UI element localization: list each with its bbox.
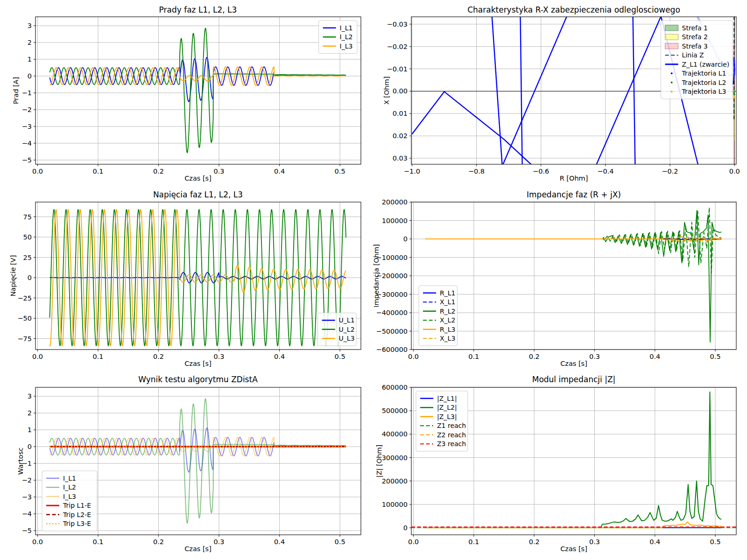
legend-label: U_L1 (339, 316, 355, 324)
legend-label: Z1 reach (437, 422, 466, 429)
y-tick-label: 0 (403, 235, 408, 243)
x-tick-label: 0.1 (92, 538, 103, 546)
y-tick-label: −4 (22, 510, 32, 518)
y-tick-label: −75 (17, 335, 32, 343)
x-tick-label: 0.2 (529, 538, 540, 546)
legend-label: X_L1 (440, 298, 455, 306)
xlabel-voltages: Czas [s] (184, 360, 211, 367)
x-tick-label: −0.6 (533, 168, 549, 175)
legend-0: I_L1I_L2I_L3 (319, 21, 357, 54)
legend-label: U_L2 (339, 326, 355, 333)
y-tick-label: −50 (17, 315, 32, 322)
x-tick-label: −0.4 (597, 168, 613, 175)
y-tick-label: −0.01 (387, 65, 408, 73)
y-tick-label: 2 (28, 409, 32, 417)
x-tick-label: 0.0 (408, 538, 419, 546)
x-tick-label: 0.1 (92, 353, 103, 360)
x-tick-label: 0.4 (649, 538, 660, 546)
y-tick-label: 0.00 (393, 87, 408, 95)
legend-label: |Z_L1| (437, 395, 457, 403)
y-tick-label: 1 (28, 56, 32, 63)
x-tick-label: 0.4 (274, 538, 285, 546)
x-tick-label: 0.5 (335, 353, 345, 360)
x-tick-label: 0.0 (408, 353, 419, 360)
y-tick-label: 100000 (382, 217, 408, 224)
scatter-point (733, 92, 735, 94)
y-tick-label: 100000 (382, 501, 408, 508)
y-tick-label: −500000 (376, 328, 408, 335)
x-tick-label: 0.3 (589, 353, 600, 360)
x-tick-label: 0.3 (213, 168, 224, 175)
ylabel-voltages: Napięcie [V] (9, 255, 17, 297)
legend-label: Trajektoria L3 (682, 88, 726, 95)
x-tick-label: −1.0 (404, 168, 420, 175)
y-tick-label: −5 (22, 156, 32, 164)
legend-label: Trajektoria L1 (682, 70, 726, 77)
scatter-point (734, 94, 735, 95)
scatter-point (733, 70, 735, 72)
x-tick-label: 0.5 (710, 538, 721, 546)
x-tick-label: 0.3 (589, 538, 600, 546)
y-tick-label: −400000 (376, 309, 408, 316)
x-tick-label: 0.1 (468, 353, 479, 360)
y-tick-label: 0 (403, 524, 408, 532)
title-currents: Prady faz L1, L2, L3 (159, 5, 237, 14)
title-zmod: Modul impedancji |Z| (532, 375, 616, 384)
scatter-point (733, 95, 735, 97)
x-tick-label: 0.5 (710, 353, 721, 360)
y-tick-label: 200000 (382, 477, 408, 485)
y-tick-label: −600000 (376, 346, 408, 353)
legend-label: I_L3 (340, 42, 353, 50)
series-group-0 (49, 28, 346, 153)
y-tick-label: 1 (28, 426, 32, 434)
y-tick-label: 0 (28, 274, 32, 281)
y-tick-label: 75 (23, 213, 32, 221)
y-tick-label: 400000 (382, 430, 408, 438)
x-tick-label: 0.2 (153, 353, 164, 360)
x-tick-label: 0.0 (729, 168, 740, 175)
legend-1: Strefa 1Strefa 2Strefa 3Linia ZZ_L1 (zwa… (661, 21, 733, 99)
y-tick-label: 0 (28, 72, 32, 80)
xlabel-zmod: Czas [s] (560, 545, 587, 553)
y-tick-label: 0.01 (393, 110, 408, 117)
ylabel-zmod: |Z| [Ohm] (375, 445, 383, 477)
legend-label: R_L2 (440, 308, 455, 315)
y-tick-label: −200000 (376, 272, 408, 280)
y-tick-label: −2 (22, 106, 32, 113)
xlabel-rx: R [Ohm] (560, 175, 588, 182)
y-tick-label: −4 (22, 140, 32, 147)
legend-4: I_L1I_L2I_L3Trip L1-ETrip L2-ETrip L3-E (42, 471, 97, 531)
series-group-3 (425, 208, 721, 342)
figure: 0.00.10.20.30.40.53210−1−2−3−4−5I_L1I_L2… (0, 0, 747, 560)
legend-label: Trip L3-E (63, 520, 91, 527)
x-tick-label: 0.3 (213, 353, 224, 360)
x-tick-label: 0.4 (274, 353, 285, 360)
title-voltages: Napięcia faz L1, L2, L3 (153, 190, 243, 199)
ylabel-impedances: Impedancja [Ohm] (373, 244, 380, 307)
title-rx: Charakterystyka R-X zabezpieczenia odleg… (467, 5, 680, 14)
y-tick-label: 2 (28, 39, 32, 46)
legend-label: |Z_L3| (437, 413, 457, 421)
series-Z_L1 (zwarcie) (412, 91, 533, 166)
y-tick-label: 200000 (382, 198, 408, 206)
legend-2: U_L1U_L2U_L3 (318, 313, 356, 346)
legend-label: R_L1 (440, 289, 455, 297)
legend-label: I_L3 (63, 493, 76, 500)
y-tick-label: 500000 (382, 407, 408, 414)
title-zdista: Wynik testu algorytmu ZDistA (138, 375, 258, 384)
x-tick-label: 0.0 (32, 538, 43, 546)
legend-label: Trip L2-E (63, 511, 91, 518)
y-tick-label: 600000 (382, 384, 408, 391)
legend-label: Trajektoria L2 (682, 79, 726, 86)
y-tick-label: −3 (22, 123, 32, 130)
scatter-point (734, 64, 735, 65)
y-tick-label: −25 (17, 294, 32, 302)
series-I_L2 (49, 28, 346, 153)
x-tick-label: 0.4 (649, 353, 660, 360)
legend-label: R_L3 (440, 326, 455, 333)
x-tick-label: 0.5 (335, 168, 345, 175)
ylabel-currents: Prad [A] (12, 77, 20, 104)
y-tick-label: 0.03 (393, 154, 408, 162)
legend-label: I_L1 (63, 475, 76, 482)
scatter-point (733, 96, 735, 98)
